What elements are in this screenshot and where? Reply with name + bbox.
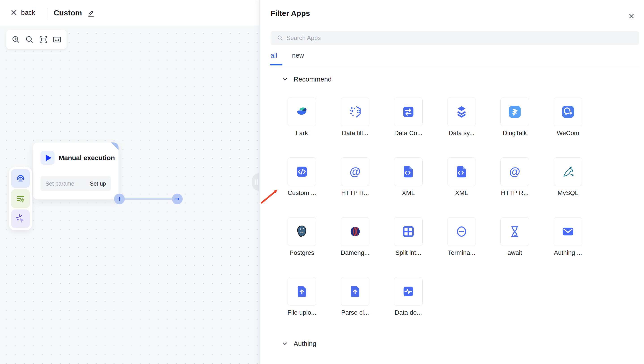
app-card[interactable] xyxy=(554,217,582,246)
lark-icon xyxy=(295,105,309,119)
flow-canvas[interactable]: 1:1 Manual execution Set parame Set up xyxy=(0,26,259,364)
app-card[interactable] xyxy=(500,217,529,246)
add-node-port[interactable] xyxy=(114,194,125,204)
close-panel-icon[interactable] xyxy=(626,11,636,21)
app-item[interactable]: Postgres xyxy=(288,217,316,256)
search-box[interactable] xyxy=(271,31,639,45)
dingtalk-icon xyxy=(508,105,522,119)
app-card[interactable] xyxy=(500,98,529,126)
fit-view-icon[interactable] xyxy=(39,34,48,44)
search-icon xyxy=(276,34,284,42)
node-corner-fold xyxy=(111,142,119,150)
app-card[interactable] xyxy=(394,277,423,306)
filter-apps-panel: Filter Apps all new Recommend LarkData f… xyxy=(259,0,644,364)
app-label: await xyxy=(507,249,522,256)
connector-line xyxy=(124,198,172,200)
app-label: Postgres xyxy=(290,249,314,256)
app-item[interactable]: @HTTP R... xyxy=(341,158,369,197)
app-item[interactable]: DingTalk xyxy=(500,98,529,137)
app-item[interactable]: Dameng... xyxy=(341,217,369,256)
section-header-authing[interactable]: Authing xyxy=(282,340,316,348)
app-card[interactable] xyxy=(288,158,316,186)
app-card[interactable] xyxy=(447,98,476,126)
app-item[interactable]: await xyxy=(500,217,529,256)
app-card[interactable] xyxy=(394,98,423,126)
app-item[interactable]: Lark xyxy=(288,98,316,137)
workspace: back Custom 1:1 xyxy=(0,0,259,364)
back-button[interactable]: back xyxy=(10,8,35,16)
app-item[interactable]: Split int... xyxy=(394,217,423,256)
app-label: Data filt... xyxy=(342,129,368,137)
app-item[interactable]: @HTTP R... xyxy=(500,158,529,197)
app-item[interactable]: Custom ... xyxy=(288,158,316,197)
pulse-icon xyxy=(401,284,415,298)
app-item[interactable]: XML xyxy=(394,158,423,197)
app-card[interactable]: @ xyxy=(341,158,369,186)
mysql-icon xyxy=(561,164,575,179)
app-item[interactable]: MySQL xyxy=(554,158,582,197)
app-card[interactable] xyxy=(288,217,316,246)
app-item[interactable]: File uplo... xyxy=(288,277,316,316)
app-card[interactable] xyxy=(447,217,476,246)
terminate-icon xyxy=(454,224,469,239)
app-card[interactable]: @ xyxy=(500,158,529,186)
app-item[interactable]: Data de... xyxy=(394,277,423,316)
app-label: Authing ... xyxy=(554,249,582,256)
app-label: WeCom xyxy=(557,129,579,137)
app-label: File uplo... xyxy=(287,309,316,316)
app-item[interactable]: Data sy... xyxy=(447,98,476,137)
app-card[interactable] xyxy=(288,98,316,126)
app-item[interactable]: Data Co... xyxy=(394,98,423,137)
trigger-node-button[interactable] xyxy=(11,169,30,188)
arrow-right-icon xyxy=(174,196,181,202)
svg-text:@: @ xyxy=(349,165,360,178)
dameng-icon xyxy=(348,224,362,239)
manual-node-button[interactable] xyxy=(11,210,30,228)
connector-end-port[interactable] xyxy=(172,194,183,204)
app-grid: LarkData filt...Data Co...Data sy...Ding… xyxy=(288,98,583,316)
split-grid-icon xyxy=(401,224,415,239)
tab-all[interactable]: all xyxy=(271,52,277,59)
app-label: Data de... xyxy=(395,309,422,316)
app-item[interactable]: WeCom xyxy=(554,98,582,137)
tab-new[interactable]: new xyxy=(292,52,304,59)
app-card[interactable] xyxy=(288,277,316,306)
edit-pencil-icon[interactable] xyxy=(87,9,95,18)
plus-icon xyxy=(116,196,123,202)
back-label: back xyxy=(21,9,35,16)
workflow-title: Custom xyxy=(54,8,82,17)
actual-size-1-1-icon[interactable]: 1:1 xyxy=(52,34,62,44)
node-parameter-bar[interactable]: Set parame Set up xyxy=(41,176,111,191)
app-label: XML xyxy=(402,189,415,197)
app-card[interactable] xyxy=(394,158,423,186)
app-label: Split int... xyxy=(395,249,421,256)
play-icon xyxy=(41,151,55,165)
zoom-in-icon[interactable] xyxy=(11,34,21,44)
app-card[interactable] xyxy=(341,277,369,306)
postgres-icon xyxy=(295,224,309,239)
app-item[interactable]: Parse ci... xyxy=(341,277,369,316)
section-header-recommend[interactable]: Recommend xyxy=(282,76,332,83)
app-item[interactable]: XML xyxy=(447,158,476,197)
data-sync-icon xyxy=(454,105,469,119)
app-card[interactable] xyxy=(341,217,369,246)
http-at-icon: @ xyxy=(508,164,522,179)
node-param-placeholder: Set parame xyxy=(45,180,74,187)
mail-icon xyxy=(561,224,575,239)
zoom-out-icon[interactable] xyxy=(25,34,35,44)
app-item[interactable]: Termina... xyxy=(447,217,476,256)
app-card[interactable] xyxy=(447,158,476,186)
node-setup-button[interactable]: Set up xyxy=(90,180,106,187)
node-manual-execution[interactable]: Manual execution Set parame Set up xyxy=(33,142,119,200)
app-card[interactable] xyxy=(341,98,369,126)
action-node-button[interactable] xyxy=(11,189,30,208)
app-item[interactable]: Data filt... xyxy=(341,98,369,137)
app-card[interactable] xyxy=(394,217,423,246)
xml-file-icon xyxy=(454,164,469,179)
app-item[interactable]: Authing ... xyxy=(554,217,582,256)
app-label: Parse ci... xyxy=(341,309,369,316)
header-divider xyxy=(47,8,47,18)
app-card[interactable] xyxy=(554,98,582,126)
search-input[interactable] xyxy=(286,34,633,42)
app-card[interactable] xyxy=(554,158,582,186)
